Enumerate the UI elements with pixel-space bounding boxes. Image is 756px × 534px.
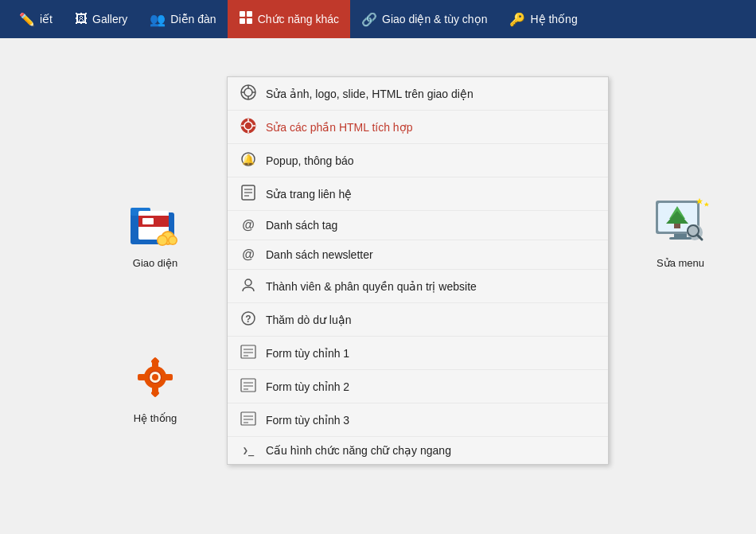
dropdown-menu: Sửa ảnh, logo, slide, HTML trên giao diệ… (227, 76, 609, 465)
svg-point-47 (170, 236, 177, 244)
dropdown-label-cau-hinh: Cấu hình chức năng chữ chạy ngang (266, 444, 451, 457)
dropdown-item-cau-hinh[interactable]: ❯_ Cấu hình chức năng chữ chạy ngang (228, 437, 608, 464)
dropdown-label-form2: Form tùy chỉnh 2 (266, 380, 349, 393)
svg-rect-53 (165, 374, 173, 380)
svg-rect-25 (241, 345, 255, 358)
nav-item-biet[interactable]: ✏️ iết (8, 0, 64, 38)
dropdown-label-form3: Form tùy chỉnh 3 (266, 414, 349, 427)
nav-label-chuc-nang: Chức năng khác (258, 13, 339, 25)
dropdown-label-newsletter: Danh sách newsletter (266, 248, 373, 261)
giao-dien-nav-icon: 🔗 (361, 12, 377, 27)
svg-point-5 (244, 88, 252, 96)
svg-rect-29 (241, 379, 255, 392)
dropdown-label-form1: Form tùy chỉnh 1 (266, 347, 349, 360)
he-thong-box[interactable]: Hệ thống (111, 349, 199, 424)
he-thong-nav-icon: 🔑 (509, 12, 525, 27)
nav-item-gallery[interactable]: 🖼 Gallery (64, 0, 138, 38)
nav-label-he-thong: Hệ thống (530, 13, 577, 25)
navbar: ✏️ iết 🖼 Gallery 👥 Diễn đàn Chức năng kh… (0, 0, 756, 38)
dropdown-label-danh-sach-tag: Danh sách tag (266, 219, 337, 232)
sua-anh-icon (240, 84, 256, 103)
nav-item-giao-dien[interactable]: 🔗 Giao diện & tùy chọn (350, 0, 498, 38)
sua-menu-label: Sửa menu (657, 257, 704, 269)
svg-text:🔔: 🔔 (242, 153, 255, 166)
content-area: Sửa ảnh, logo, slide, HTML trên giao diệ… (0, 38, 756, 534)
svg-point-59 (152, 374, 158, 380)
giao-dien-box[interactable]: Giao diện (111, 193, 199, 269)
nav-label-giao-dien: Giao diện & tùy chọn (382, 13, 487, 25)
svg-rect-1 (247, 11, 252, 17)
dropdown-label-sua-html: Sửa các phần HTML tích hợp (266, 121, 412, 134)
he-thong-label: Hệ thống (134, 412, 177, 424)
dropdown-item-sua-anh[interactable]: Sửa ảnh, logo, slide, HTML trên giao diệ… (228, 77, 608, 111)
giao-dien-img (127, 193, 184, 251)
svg-rect-41 (142, 218, 154, 224)
svg-rect-2 (240, 18, 245, 24)
dropdown-item-popup[interactable]: 🔔 Popup, thông báo (228, 144, 608, 177)
svg-rect-64 (674, 224, 680, 228)
svg-marker-66 (704, 201, 709, 206)
sua-menu-img (652, 193, 709, 251)
svg-point-22 (245, 279, 251, 286)
form2-icon (240, 377, 256, 396)
svg-rect-71 (669, 237, 692, 240)
dropdown-item-sua-html[interactable]: Sửa các phần HTML tích hợp (228, 111, 608, 144)
svg-rect-52 (138, 374, 146, 380)
dropdown-item-newsletter[interactable]: @ Danh sách newsletter (228, 240, 608, 270)
dropdown-label-thanh-vien: Thành viên & phân quyền quản trị website (266, 280, 477, 293)
svg-rect-70 (674, 234, 687, 237)
tham-do-icon: ? (240, 310, 256, 329)
dropdown-item-tham-do[interactable]: ? Thăm dò dư luận (228, 303, 608, 337)
dropdown-item-danh-sach-tag[interactable]: @ Danh sách tag (228, 211, 608, 240)
nav-label-gallery: Gallery (92, 13, 127, 25)
giao-dien-label: Giao diện (133, 257, 177, 269)
nav-item-dien-dan[interactable]: 👥 Diễn đàn (138, 0, 227, 38)
gallery-icon: 🖼 (75, 12, 88, 26)
dropdown-item-form2[interactable]: Form tùy chỉnh 2 (228, 370, 608, 403)
dropdown-item-form3[interactable]: Form tùy chỉnh 3 (228, 403, 608, 437)
cau-hinh-icon: ❯_ (240, 445, 256, 456)
sua-menu-box[interactable]: Sửa menu (637, 193, 724, 269)
form1-icon (240, 344, 256, 362)
tag-icon: @ (240, 218, 256, 232)
sua-trang-icon (240, 185, 256, 203)
dropdown-label-sua-trang: Sửa trang liên hệ (266, 188, 352, 201)
svg-text:?: ? (245, 314, 251, 325)
nav-item-chuc-nang-khac[interactable]: Chức năng khác (228, 0, 350, 38)
svg-point-45 (158, 236, 167, 244)
svg-rect-0 (240, 11, 245, 17)
svg-rect-3 (247, 18, 252, 24)
edit-icon: ✏️ (19, 12, 35, 27)
newsletter-icon: @ (240, 248, 256, 262)
dropdown-label-tham-do: Thăm dò dư luận (266, 314, 352, 326)
chuc-nang-icon (239, 10, 253, 28)
dropdown-label-popup: Popup, thông báo (266, 154, 354, 167)
forum-icon: 👥 (150, 12, 166, 27)
sua-html-icon (240, 118, 256, 136)
form3-icon (240, 411, 256, 429)
dropdown-item-form1[interactable]: Form tùy chỉnh 1 (228, 337, 608, 370)
dropdown-item-sua-trang[interactable]: Sửa trang liên hệ (228, 177, 608, 211)
he-thong-img (127, 349, 184, 406)
svg-rect-33 (241, 412, 255, 425)
nav-item-he-thong[interactable]: 🔑 Hệ thống (498, 0, 588, 38)
dropdown-label-sua-anh: Sửa ảnh, logo, slide, HTML trên giao diệ… (266, 88, 473, 100)
user-icon (240, 277, 256, 295)
nav-label-biet: iết (40, 13, 53, 25)
dropdown-item-thanh-vien[interactable]: Thành viên & phân quyền quản trị website (228, 270, 608, 303)
nav-label-dien-dan: Diễn đàn (170, 13, 216, 25)
popup-icon: 🔔 (240, 151, 256, 170)
